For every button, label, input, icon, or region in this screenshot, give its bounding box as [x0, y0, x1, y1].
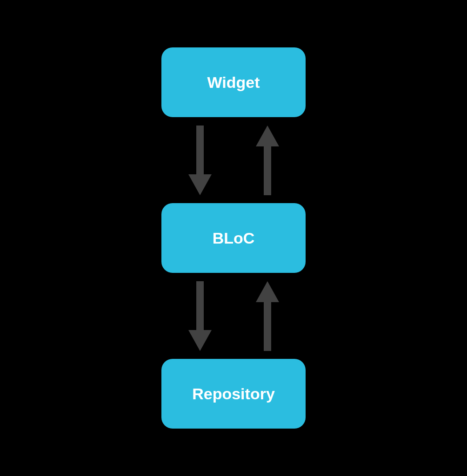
- repository-label: Repository: [192, 385, 275, 403]
- bloc-label: BLoC: [213, 229, 255, 247]
- svg-rect-0: [196, 126, 204, 177]
- arrow-up-icon: [256, 126, 279, 195]
- svg-marker-7: [256, 281, 279, 302]
- svg-marker-1: [188, 174, 212, 195]
- repository-node: Repository: [161, 359, 306, 429]
- arrow-down-icon: [188, 126, 212, 195]
- arrow-down-icon: [188, 281, 212, 351]
- arrow-up-icon: [256, 281, 279, 351]
- bloc-node: BLoC: [161, 203, 306, 273]
- architecture-diagram: Widget BLoC Repository: [161, 47, 306, 429]
- svg-marker-3: [256, 126, 279, 146]
- svg-rect-4: [196, 281, 204, 332]
- widget-bloc-connector: [161, 117, 306, 203]
- svg-rect-6: [264, 300, 271, 351]
- bloc-repository-connector: [161, 273, 306, 359]
- widget-label: Widget: [207, 73, 260, 92]
- svg-rect-2: [264, 144, 271, 195]
- svg-marker-5: [188, 330, 212, 351]
- widget-node: Widget: [161, 47, 306, 117]
